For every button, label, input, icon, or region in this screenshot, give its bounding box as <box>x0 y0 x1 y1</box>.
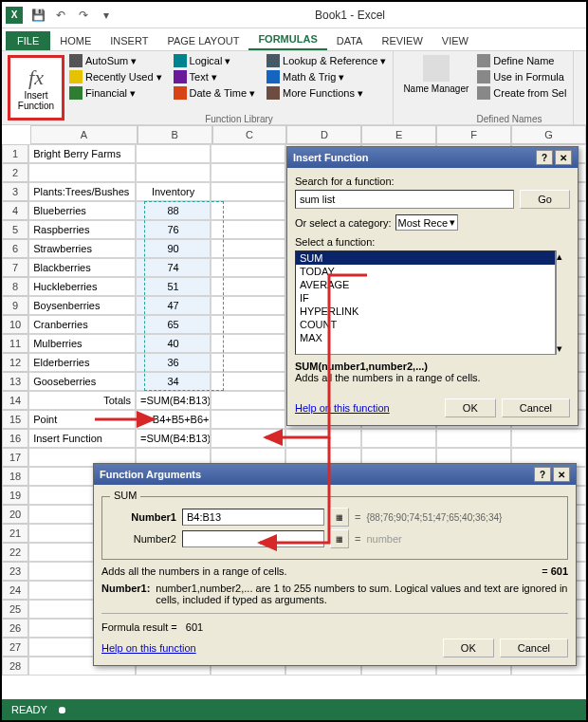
row-header[interactable]: 20 <box>2 505 28 524</box>
cell-c15[interactable] <box>211 410 285 429</box>
row-header[interactable]: 22 <box>2 543 28 562</box>
column-header[interactable]: B <box>138 125 212 144</box>
dialog-titlebar[interactable]: Function Arguments ? ✕ <box>94 464 576 485</box>
cell-a6[interactable]: Strawberries <box>28 239 136 258</box>
column-header[interactable]: A <box>30 125 138 144</box>
row-header[interactable]: 18 <box>2 467 28 486</box>
cell-c1[interactable] <box>211 144 285 163</box>
cell-c6[interactable] <box>211 239 285 258</box>
cell-a10[interactable]: Cranberries <box>28 315 136 334</box>
cell-a7[interactable]: Blackberries <box>28 258 136 277</box>
tab-formulas[interactable]: FORMULAS <box>248 29 326 50</box>
cell-b5[interactable]: 76 <box>136 220 211 239</box>
macro-record-icon[interactable]: ⏺ <box>57 704 67 715</box>
cell-c2[interactable] <box>211 163 285 182</box>
financial-button[interactable]: Financial ▾ <box>66 85 165 101</box>
column-header[interactable]: G <box>511 125 586 144</box>
qat-dropdown-icon[interactable]: ▾ <box>97 6 116 25</box>
row-header[interactable]: 19 <box>2 486 28 505</box>
insert-function-button[interactable]: fx Insert Function <box>8 55 64 120</box>
scrollbar[interactable]: ▴▾ <box>556 250 570 355</box>
row-header[interactable]: 12 <box>2 353 28 372</box>
row-header[interactable]: 11 <box>2 334 28 353</box>
cancel-button[interactable]: Cancel <box>502 398 570 417</box>
tab-insert[interactable]: INSERT <box>101 31 157 50</box>
help-link[interactable]: Help on this function <box>101 642 196 654</box>
help-link[interactable]: Help on this function <box>295 402 390 414</box>
insert-function-dialog[interactable]: Insert Function ? ✕ Search for a functio… <box>286 146 579 426</box>
tab-home[interactable]: HOME <box>50 31 101 50</box>
cell-f16[interactable] <box>436 429 511 448</box>
row-header[interactable]: 21 <box>2 524 28 543</box>
cell-a16[interactable]: Insert Function <box>28 429 136 448</box>
cell-a1[interactable]: Bright Berry Farms <box>28 144 136 163</box>
row-header[interactable]: 26 <box>2 619 28 638</box>
search-input[interactable] <box>295 190 514 209</box>
function-option[interactable]: HYPERLINK <box>296 305 555 318</box>
cell-b4[interactable]: 88 <box>136 201 211 220</box>
cell-a2[interactable] <box>28 163 136 182</box>
cell-b7[interactable]: 74 <box>136 258 211 277</box>
close-icon[interactable]: ✕ <box>553 467 570 482</box>
cell-d16[interactable] <box>285 429 360 448</box>
cell-b12[interactable]: 36 <box>136 353 211 372</box>
cell-b16[interactable]: =SUM(B4:B13) <box>136 429 211 448</box>
redo-icon[interactable]: ↷ <box>74 6 93 25</box>
row-header[interactable]: 4 <box>2 201 28 220</box>
row-header[interactable]: 17 <box>2 448 28 467</box>
row-header[interactable]: 3 <box>2 182 28 201</box>
cell-c13[interactable] <box>211 372 285 391</box>
row-header[interactable]: 6 <box>2 239 28 258</box>
cell-c9[interactable] <box>211 296 285 315</box>
cell-g16[interactable] <box>511 429 586 448</box>
cell-c14[interactable] <box>211 391 285 410</box>
date-time-button[interactable]: Date & Time ▾ <box>171 85 259 101</box>
row-header[interactable]: 24 <box>2 581 28 600</box>
cell-a9[interactable]: Boysenberries <box>28 296 136 315</box>
cell-b8[interactable]: 51 <box>136 277 211 296</box>
cell-c10[interactable] <box>211 315 285 334</box>
row-header[interactable]: 13 <box>2 372 28 391</box>
row-header[interactable]: 15 <box>2 410 28 429</box>
row-header[interactable]: 27 <box>2 638 28 657</box>
tab-view[interactable]: VIEW <box>432 31 478 50</box>
function-option[interactable]: MAX <box>296 331 555 344</box>
cell-b9[interactable]: 47 <box>136 296 211 315</box>
tab-page-layout[interactable]: PAGE LAYOUT <box>157 31 248 50</box>
row-header[interactable]: 9 <box>2 296 28 315</box>
more-functions-button[interactable]: More Functions ▾ <box>264 85 389 101</box>
cell-b10[interactable]: 65 <box>136 315 211 334</box>
cell-b15[interactable]: =+B4+B5+B6+B7 <box>136 410 211 429</box>
function-arguments-dialog[interactable]: Function Arguments ? ✕ SUM Number1 ▦ = {… <box>93 463 577 666</box>
dialog-titlebar[interactable]: Insert Function ? ✕ <box>287 147 578 168</box>
cell-b6[interactable]: 90 <box>136 239 211 258</box>
save-icon[interactable]: 💾 <box>28 6 47 25</box>
cancel-button[interactable]: Cancel <box>500 639 568 657</box>
cell-e16[interactable] <box>361 429 436 448</box>
tab-data[interactable]: DATA <box>327 31 373 50</box>
autosum-button[interactable]: AutoSum ▾ <box>66 53 165 68</box>
function-listbox[interactable]: SUMTODAYAVERAGEIFHYPERLINKCOUNTMAX <box>295 250 556 355</box>
column-header[interactable]: C <box>212 125 287 144</box>
function-option[interactable]: AVERAGE <box>296 278 555 291</box>
cell-c12[interactable] <box>211 353 285 372</box>
cell-c11[interactable] <box>211 334 285 353</box>
cell-a11[interactable]: Mulberries <box>28 334 136 353</box>
number2-input[interactable] <box>182 530 324 547</box>
row-header[interactable]: 8 <box>2 277 28 296</box>
worksheet[interactable]: ABCDEFG 1Bright Berry Farms23Plants:Tree… <box>2 125 586 676</box>
function-option[interactable]: COUNT <box>296 318 555 331</box>
cell-c16[interactable] <box>211 429 285 448</box>
collapse-dialog-icon[interactable]: ▦ <box>330 508 349 527</box>
row-header[interactable]: 23 <box>2 562 28 581</box>
text-button[interactable]: Text ▾ <box>171 69 259 84</box>
column-header[interactable]: E <box>361 125 436 144</box>
cell-a13[interactable]: Gooseberries <box>28 372 136 391</box>
close-icon[interactable]: ✕ <box>555 150 572 165</box>
row-header[interactable]: 7 <box>2 258 28 277</box>
column-header[interactable]: F <box>436 125 511 144</box>
cell-b11[interactable]: 40 <box>136 334 211 353</box>
function-option[interactable]: SUM <box>296 251 555 265</box>
help-icon[interactable]: ? <box>534 467 551 482</box>
cell-c7[interactable] <box>211 258 285 277</box>
